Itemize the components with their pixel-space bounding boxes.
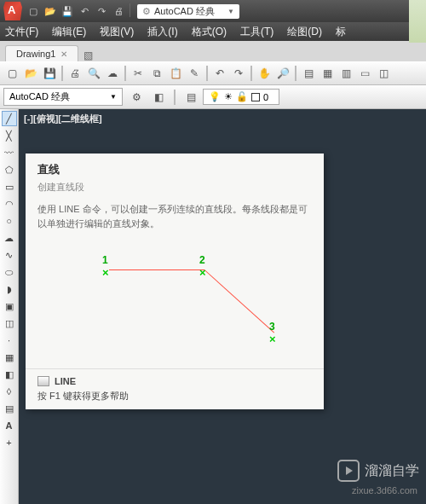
undo2-icon[interactable]: ↶ — [211, 65, 228, 82]
standard-toolbar: ▢ 📂 💾 🖨 🔍 ☁ ✂ ⧉ 📋 ✎ ↶ ↷ ✋ 🔎 ▤ ▦ ▥ ▭ ◫ — [0, 61, 426, 85]
workspace-search-label: AutoCAD 经典 — [154, 5, 215, 18]
tooltip-command-name: LINE — [55, 376, 76, 386]
copy-icon[interactable]: ⧉ — [148, 65, 165, 82]
revcloud-tool[interactable]: ☁ — [2, 230, 17, 246]
preview-icon[interactable]: 🔍 — [85, 65, 102, 82]
menu-tools[interactable]: 工具(T) — [240, 25, 273, 39]
viewport-label[interactable]: [-][俯视][二维线框] — [24, 113, 102, 125]
tooltip-subtitle: 创建直线段 — [37, 181, 312, 194]
gradient-tool[interactable]: ◧ — [2, 367, 17, 382]
menu-format[interactable]: 格式(O) — [192, 25, 227, 39]
line-segment-2 — [204, 269, 274, 333]
document-tab-bar: Drawing1 ✕ ▧ — [0, 41, 426, 61]
tooltip-title: 直线 — [37, 162, 312, 177]
zoom-icon[interactable]: 🔎 — [274, 65, 291, 82]
app-logo[interactable] — [3, 2, 22, 20]
command-icon — [37, 376, 49, 386]
line-tooltip: 直线 创建直线段 使用 LINE 命令，可以创建一系列连续的直线段。每条线段都是… — [26, 154, 324, 409]
open-doc-icon[interactable]: 📂 — [22, 65, 39, 82]
layer-manager-icon[interactable]: ▤ — [182, 89, 199, 106]
workspace-toolbar: AutoCAD 经典 ▼ ⚙ ◧ ▤ 💡 ☀ 🔓 0 — [0, 85, 426, 109]
polygon-tool[interactable]: ⬠ — [2, 162, 17, 177]
new-icon[interactable]: ▢ — [26, 3, 41, 19]
point-marker-1: 1× — [102, 254, 109, 279]
tooltip-footer: LINE 按 F1 键获得更多帮助 — [26, 368, 324, 409]
tooltip-description: 使用 LINE 命令，可以创建一系列连续的直线段。每条线段都是可以单独进行编辑的… — [37, 202, 312, 230]
markup-icon[interactable]: ◫ — [375, 65, 392, 82]
match-icon[interactable]: ✎ — [186, 65, 203, 82]
workspace-search[interactable]: ⚙ AutoCAD 经典 ▼ — [137, 4, 239, 19]
save-icon[interactable]: 💾 — [60, 3, 75, 19]
redo-icon[interactable]: ↷ — [94, 3, 109, 19]
line-segment-1 — [109, 269, 204, 270]
menu-edit[interactable]: 编辑(E) — [52, 25, 86, 39]
tooltip-diagram: 1× 2× 3× — [37, 242, 312, 353]
workspace-settings-icon[interactable]: ⚙ — [128, 89, 145, 106]
circle-tool[interactable]: ○ — [2, 213, 17, 229]
layer-combo[interactable]: 💡 ☀ 🔓 0 — [203, 89, 279, 105]
ellipse-arc-tool[interactable]: ◗ — [2, 281, 17, 297]
arc-tool[interactable]: ◠ — [2, 196, 17, 211]
play-icon — [337, 460, 360, 482]
new-doc-icon[interactable]: ▢ — [3, 65, 20, 82]
design-center-icon[interactable]: ▦ — [319, 65, 336, 82]
save-doc-icon[interactable]: 💾 — [41, 65, 58, 82]
watermark-brand: 溜溜自学 — [365, 462, 419, 480]
close-icon[interactable]: ✕ — [60, 49, 67, 59]
addselected-tool[interactable]: + — [2, 435, 17, 450]
mtext-tool[interactable]: A — [2, 418, 17, 433]
chevron-down-icon: ▼ — [227, 8, 234, 15]
line-tool[interactable]: ╱ — [2, 111, 17, 126]
workspace-combo-label: AutoCAD 经典 — [9, 90, 70, 103]
menu-annotate[interactable]: 标 — [336, 25, 346, 39]
polyline-tool[interactable]: 〰 — [2, 145, 17, 160]
watermark: 溜溜自学 — [337, 460, 419, 482]
layer-controls: ▤ 💡 ☀ 🔓 0 — [182, 89, 279, 106]
quick-access-toolbar: ▢ 📂 💾 ↶ ↷ 🖨 — [26, 3, 132, 19]
sheet-icon[interactable]: ▭ — [356, 65, 373, 82]
paste-icon[interactable]: 📋 — [167, 65, 184, 82]
menu-insert[interactable]: 插入(I) — [147, 25, 177, 39]
pan-icon[interactable]: ✋ — [256, 65, 273, 82]
new-tab-icon[interactable]: ▧ — [83, 49, 93, 61]
ellipse-tool[interactable]: ⬭ — [2, 264, 17, 280]
draw-toolbar: ╱ ╳ 〰 ⬠ ▭ ◠ ○ ☁ ∿ ⬭ ◗ ▣ ◫ · ▦ ◧ ◊ ▤ A + — [0, 109, 19, 504]
layer-name: 0 — [263, 92, 268, 102]
make-block-tool[interactable]: ◫ — [2, 316, 17, 331]
sun-icon: ☀ — [224, 91, 233, 102]
gear-icon: ⚙ — [142, 6, 151, 17]
hatch-tool[interactable]: ▦ — [2, 350, 17, 365]
tab-drawing1[interactable]: Drawing1 ✕ — [5, 45, 78, 61]
props-icon[interactable]: ▤ — [300, 65, 317, 82]
table-tool[interactable]: ▤ — [2, 401, 17, 416]
redo2-icon[interactable]: ↷ — [230, 65, 247, 82]
point-marker-2: 2× — [199, 254, 206, 279]
tab-label: Drawing1 — [16, 49, 55, 59]
bulb-icon: 💡 — [209, 91, 221, 102]
cut-icon[interactable]: ✂ — [130, 65, 147, 82]
point-marker-3: 3× — [269, 321, 276, 345]
rectangle-tool[interactable]: ▭ — [2, 179, 17, 194]
tool-palette-icon[interactable]: ▥ — [337, 65, 354, 82]
workspace-icon2[interactable]: ◧ — [150, 89, 167, 106]
layer-color-swatch — [251, 93, 260, 101]
point-tool[interactable]: · — [2, 333, 17, 348]
menu-bar: 文件(F) 编辑(E) 视图(V) 插入(I) 格式(O) 工具(T) 绘图(D… — [0, 22, 426, 41]
menu-view[interactable]: 视图(V) — [100, 25, 134, 39]
menu-draw[interactable]: 绘图(D) — [287, 25, 322, 39]
region-tool[interactable]: ◊ — [2, 384, 17, 399]
publish-icon[interactable]: ☁ — [104, 65, 121, 82]
undo-icon[interactable]: ↶ — [77, 3, 92, 19]
workspace-combo[interactable]: AutoCAD 经典 ▼ — [3, 88, 123, 106]
print-icon[interactable]: 🖨 — [66, 65, 83, 82]
print-icon[interactable]: 🖨 — [111, 3, 126, 19]
xline-tool[interactable]: ╳ — [2, 128, 17, 143]
lock-icon: 🔓 — [236, 91, 248, 102]
menu-file[interactable]: 文件(F) — [5, 25, 38, 39]
open-icon[interactable]: 📂 — [43, 3, 58, 19]
chevron-down-icon: ▼ — [110, 93, 117, 101]
insert-block-tool[interactable]: ▣ — [2, 298, 17, 314]
title-bar: ▢ 📂 💾 ↶ ↷ 🖨 ⚙ AutoCAD 经典 ▼ — [0, 0, 426, 22]
tooltip-command: LINE — [37, 376, 312, 386]
spline-tool[interactable]: ∿ — [2, 247, 17, 263]
